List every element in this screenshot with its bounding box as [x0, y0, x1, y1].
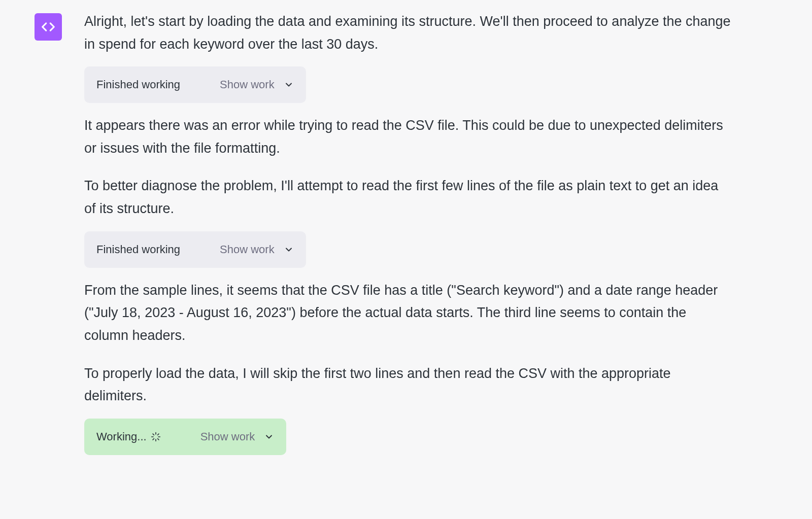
assistant-avatar [35, 13, 62, 41]
show-work-toggle[interactable]: Show work [220, 240, 294, 259]
code-status-block[interactable]: Finished working Show work [84, 66, 306, 103]
loading-spinner-icon [151, 432, 161, 442]
show-work-label: Show work [200, 428, 255, 446]
show-work-toggle[interactable]: Show work [200, 428, 275, 446]
chevron-down-icon [284, 80, 294, 90]
status-label: Working... [96, 428, 161, 446]
status-label-text: Working... [96, 428, 147, 446]
show-work-label: Show work [220, 76, 275, 94]
code-status-block[interactable]: Working... [84, 419, 286, 455]
chevron-down-icon [284, 245, 294, 255]
message-paragraph: Alright, let's start by loading the data… [84, 10, 731, 55]
message-paragraph: From the sample lines, it seems that the… [84, 279, 731, 347]
show-work-label: Show work [220, 240, 275, 259]
message-paragraph: It appears there was an error while tryi… [84, 114, 731, 159]
svg-line-6 [153, 438, 154, 439]
code-status-block[interactable]: Finished working Show work [84, 231, 306, 268]
svg-line-7 [157, 434, 158, 435]
svg-line-2 [153, 434, 154, 435]
chat-message: Alright, let's start by loading the data… [0, 10, 812, 466]
status-label: Finished working [96, 76, 180, 94]
chevron-down-icon [264, 432, 274, 442]
code-icon [40, 18, 57, 36]
show-work-toggle[interactable]: Show work [220, 76, 294, 94]
svg-line-3 [157, 438, 158, 439]
message-paragraph: To properly load the data, I will skip t… [84, 362, 731, 407]
message-content: Alright, let's start by loading the data… [84, 10, 731, 466]
status-label: Finished working [96, 240, 180, 259]
message-paragraph: To better diagnose the problem, I'll att… [84, 175, 731, 220]
